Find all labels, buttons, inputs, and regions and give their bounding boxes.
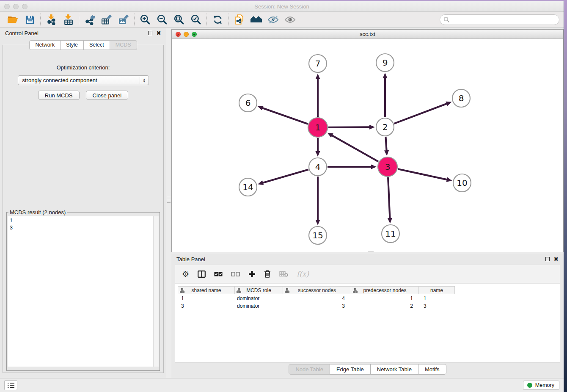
hide-selected-button[interactable]	[264, 13, 281, 26]
table-settings-button[interactable]: ⚙	[182, 270, 189, 278]
tab-edge-table[interactable]: Edge Table	[330, 364, 371, 375]
mcds-result-group: MCDS result (2 nodes) 13	[6, 209, 160, 371]
graph-node-10[interactable]: 10	[453, 174, 471, 192]
control-panel: Control Panel ✖ NetworkStyleSelectMCDS O…	[0, 28, 166, 378]
run-mcds-button[interactable]: Run MCDS	[38, 91, 80, 100]
graph-edge-2-8[interactable]	[394, 104, 447, 124]
zoom-fit-button[interactable]	[171, 13, 187, 26]
zoom-selected-button[interactable]	[187, 13, 204, 26]
table-cell[interactable]: dominator	[235, 303, 284, 309]
graph-node-1[interactable]: 1	[308, 118, 328, 137]
table-cell[interactable]: 1	[420, 295, 457, 301]
close-panel-button[interactable]: Close panel	[86, 91, 129, 100]
graph-edge-3-1[interactable]	[332, 135, 378, 162]
task-history-button[interactable]	[4, 380, 17, 390]
network-canvas[interactable]: 7968124314101511	[172, 39, 563, 252]
column-header-predecessor-nodes[interactable]: predecessor nodes	[351, 286, 419, 294]
graph-node-8[interactable]: 8	[452, 89, 470, 107]
graph-edge-4-14[interactable]	[263, 169, 308, 183]
svg-text:1: 1	[315, 122, 321, 133]
network-window: × – + scc.txt 7968124314101511	[171, 29, 564, 252]
graph-node-2[interactable]: 2	[376, 118, 394, 136]
mcds-result-item[interactable]: 3	[10, 224, 153, 232]
mcds-result-item[interactable]: 1	[10, 217, 153, 224]
float-table-panel-icon[interactable]	[545, 257, 550, 261]
tab-mcds[interactable]: MCDS	[110, 40, 137, 50]
table-cell[interactable]: 3	[284, 303, 352, 309]
memory-button[interactable]: Memory	[523, 381, 559, 390]
export-image-button[interactable]	[115, 13, 132, 26]
column-header-successor-nodes[interactable]: successor nodes	[283, 286, 351, 294]
delete-column-button[interactable]	[264, 270, 271, 278]
control-panel-tabs: NetworkStyleSelectMCDS	[0, 40, 166, 50]
graph-edge-3-11[interactable]	[388, 177, 390, 218]
zoom-in-button[interactable]	[137, 13, 154, 26]
add-column-button[interactable]	[248, 271, 256, 278]
table-cell[interactable]: 3	[420, 303, 457, 309]
panel-splitter[interactable]	[166, 28, 171, 378]
mcds-result-list[interactable]: 13	[8, 216, 153, 367]
graph-node-15[interactable]: 15	[309, 226, 327, 244]
tab-network[interactable]: Network	[29, 40, 61, 50]
table-row[interactable]: 3dominator323	[178, 303, 560, 309]
graph-node-4[interactable]: 4	[309, 158, 327, 176]
home-button[interactable]	[248, 13, 264, 26]
table-cell[interactable]: 1	[352, 295, 420, 301]
graph-edge-1-2[interactable]	[328, 127, 370, 127]
tab-network-table[interactable]: Network Table	[370, 364, 418, 375]
function-builder-button[interactable]: f(x)	[297, 270, 309, 278]
table-cell[interactable]: dominator	[235, 295, 284, 301]
export-network-button[interactable]	[81, 13, 98, 26]
export-table-button[interactable]	[98, 13, 115, 26]
tab-select[interactable]: Select	[83, 40, 110, 50]
import-network-button[interactable]	[43, 13, 60, 26]
graph-node-7[interactable]: 7	[309, 55, 327, 72]
svg-text:14: 14	[242, 182, 253, 192]
clone-network-button[interactable]	[231, 13, 248, 26]
search-field-wrap	[440, 14, 559, 25]
tab-node-table[interactable]: Node Table	[289, 364, 330, 375]
column-header-shared-name[interactable]: shared name	[178, 286, 235, 294]
delete-table-button[interactable]	[279, 271, 288, 277]
network-resize-grip-icon[interactable]	[368, 250, 374, 252]
graph-edge-3-10[interactable]	[398, 169, 447, 179]
split-panel-button[interactable]	[198, 271, 206, 278]
graph-edge-arrow-icon	[369, 125, 375, 130]
close-panel-icon[interactable]: ✖	[156, 31, 161, 35]
plus-icon	[248, 271, 256, 278]
tab-style[interactable]: Style	[60, 40, 84, 50]
zoom-in-icon	[140, 14, 151, 25]
save-session-button[interactable]	[21, 13, 38, 26]
refresh-button[interactable]	[209, 13, 226, 26]
close-table-panel-icon[interactable]: ✖	[553, 257, 559, 261]
graph-node-14[interactable]: 14	[239, 178, 257, 196]
zoom-out-button[interactable]	[154, 13, 171, 26]
svg-text:2: 2	[383, 122, 388, 132]
graph-edge-2-3[interactable]	[385, 137, 386, 151]
result-scrollbar[interactable]	[153, 216, 159, 367]
svg-text:11: 11	[385, 229, 396, 239]
graph-edge-1-6[interactable]	[262, 108, 308, 124]
column-header-name[interactable]: name	[418, 286, 455, 294]
table-cell[interactable]: 1	[178, 295, 235, 301]
criterion-dropdown[interactable]: strongly connected component ▲▼	[18, 75, 149, 85]
table-row[interactable]: 1dominator411	[178, 295, 560, 302]
float-panel-icon[interactable]	[148, 31, 152, 35]
open-session-button[interactable]	[4, 13, 21, 26]
select-all-columns-button[interactable]	[214, 272, 223, 276]
tab-motifs[interactable]: Motifs	[418, 364, 446, 375]
graph-node-11[interactable]: 11	[382, 225, 399, 243]
import-table-button[interactable]	[60, 13, 77, 26]
graph-node-6[interactable]: 6	[239, 94, 257, 112]
show-all-button[interactable]	[281, 13, 298, 26]
search-input[interactable]	[440, 14, 559, 25]
table-cell[interactable]: 3	[178, 303, 235, 309]
graph-node-9[interactable]: 9	[376, 54, 394, 72]
column-tree-icon	[180, 288, 184, 293]
unselect-all-columns-button[interactable]	[231, 272, 240, 276]
table-cell[interactable]: 4	[284, 295, 352, 301]
table-cell[interactable]: 2	[352, 303, 420, 309]
svg-text:10: 10	[457, 178, 467, 188]
graph-node-3[interactable]: 3	[378, 157, 397, 177]
column-header-mcds-role[interactable]: MCDS role	[234, 286, 283, 294]
